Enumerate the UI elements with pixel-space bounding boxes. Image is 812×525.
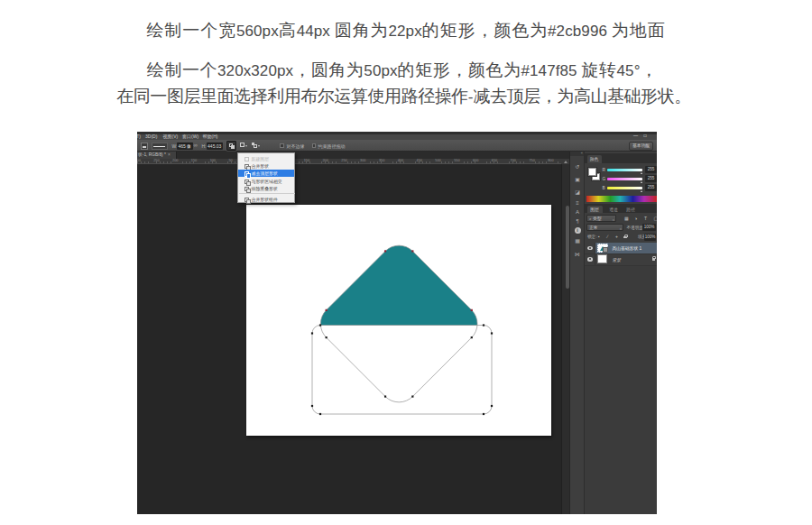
maximize-icon[interactable]: □ <box>644 133 647 138</box>
latin-text-run: 45° <box>617 62 641 79</box>
menu-item-icon <box>245 164 249 169</box>
latin-text-run: - <box>468 88 474 106</box>
channel-slider-B[interactable] <box>607 187 642 189</box>
layer-visibility-eye-icon-bg[interactable] <box>587 257 594 262</box>
menu-item-排除重叠形状[interactable]: 排除重叠形状 <box>238 185 294 193</box>
channel-slider-R[interactable] <box>607 169 642 171</box>
tab-paths[interactable]: 路径 <box>623 206 638 214</box>
document-tab-title: 状-1, RGB/8) * <box>138 152 166 157</box>
layer-filter-icon-1[interactable]: ◑ <box>634 216 637 221</box>
document-canvas[interactable] <box>246 205 551 436</box>
background-lock-icon <box>652 258 656 261</box>
menu-item-新建图层[interactable]: 新建图层 <box>238 154 294 162</box>
ruler-label: 450 <box>417 159 422 162</box>
channel-value-B[interactable]: 255 <box>645 184 657 192</box>
menu-item-合并形状[interactable]: 合并形状 <box>238 162 294 170</box>
filter-type-label: 类型 <box>593 216 602 221</box>
layer-filter-combo[interactable]: ⌕ 类型 ≡ <box>586 215 616 222</box>
combo-arrow-icon: ≡ <box>613 217 614 223</box>
path-anchor-point <box>311 405 313 407</box>
ruler-label: 250 <box>341 159 346 162</box>
layer-filter-icon-2[interactable]: T <box>644 216 647 221</box>
character-panel-icon[interactable]: A <box>574 208 582 216</box>
menu-item-3d[interactable]: 3D(D) <box>145 134 157 139</box>
minimize-icon[interactable]: — <box>633 133 638 138</box>
lock-label: 锁定: <box>587 235 596 239</box>
channel-slider-marker[interactable] <box>641 172 642 174</box>
path-align-icon <box>240 143 245 147</box>
stroke-type-preview[interactable] <box>152 143 168 150</box>
layer-row-background[interactable]: 背景 <box>585 254 657 265</box>
latin-text-run: 44px <box>297 23 335 40</box>
channel-value-R[interactable]: 255 <box>645 166 657 174</box>
chevron-down-icon <box>245 145 247 147</box>
styles-panel-icon[interactable]: ◪ <box>574 189 582 197</box>
menu-item-view[interactable]: 视图(V) <box>163 134 179 139</box>
channel-value-G[interactable]: 255 <box>645 175 657 183</box>
menu-item-label: 合并形状 <box>252 163 270 169</box>
height-input[interactable]: 445.03 <box>207 143 223 151</box>
paths-panel-icon[interactable]: ⋈ <box>574 251 582 259</box>
lock-transparent-icon[interactable]: ▪ <box>598 234 600 239</box>
layer-row-shape[interactable]: 高山基础形状 1 <box>585 243 657 253</box>
path-anchor-point <box>491 332 493 334</box>
opacity-value[interactable]: 100% <box>642 224 656 231</box>
tool-preset-icon[interactable] <box>141 143 148 150</box>
menu-item-与形状区域相交[interactable]: 与形状区域相交 <box>238 177 294 185</box>
lock-position-icon[interactable]: + <box>615 234 618 239</box>
ruler-label: 500 <box>435 159 440 162</box>
path-arrangement-button[interactable] <box>251 141 261 151</box>
align-edges-checkbox[interactable] <box>280 143 284 148</box>
fill-value[interactable]: 100% <box>644 234 656 241</box>
link-dimensions-icon[interactable]: ∞ <box>194 143 198 148</box>
properties-panel-icon[interactable]: ≡ <box>574 199 582 207</box>
layer-comps-panel-icon[interactable]: ▣ <box>574 176 582 184</box>
channel-slider-marker[interactable] <box>641 181 642 183</box>
layer-visibility-eye-icon[interactable] <box>587 246 594 251</box>
ruler-label: 200 <box>323 159 328 162</box>
path-anchor-point <box>411 250 413 252</box>
menu-item-减去顶层形状[interactable]: 减去顶层形状 <box>238 170 294 178</box>
width-input[interactable]: 465 像 <box>177 143 193 151</box>
histogram-panel-icon[interactable]: ▦ <box>574 237 582 245</box>
menu-item-label: 合并形状组件 <box>252 197 278 202</box>
combo-arrow-icon: ≡ <box>620 226 622 232</box>
info-panel-icon[interactable]: i <box>575 227 581 234</box>
layer-thumbnail-shape[interactable] <box>597 244 609 253</box>
menu-item-window[interactable]: 窗口(W) <box>182 134 198 139</box>
lock-all-icon[interactable] <box>623 236 627 239</box>
layer-filter-icon-3[interactable]: ▢ <box>654 216 658 221</box>
height-label: H: <box>202 143 207 149</box>
path-operations-dropdown-menu: 新建图层合并形状减去顶层形状与形状区域相交排除重叠形状合并形状组件 <box>237 152 295 203</box>
history-panel-icon[interactable]: ↺ <box>574 163 582 171</box>
menu-item-help[interactable]: 帮助(H) <box>203 134 218 139</box>
tab-close-icon[interactable]: × <box>168 152 171 157</box>
paragraph-panel-icon[interactable]: ¶ <box>574 217 582 226</box>
menu-item-合并形状组件[interactable]: 合并形状组件 <box>238 195 294 203</box>
ruler-label: 200 <box>172 159 178 162</box>
menu-bar: 滤镜(T) 3D(D) 视图(V) 窗口(W) 帮助(H) — □ <box>137 132 657 140</box>
document-tab[interactable]: 状-1, RGB/8) *× <box>137 152 177 159</box>
tab-color-panel[interactable]: 颜色 <box>587 155 602 164</box>
vertical-scrollbar[interactable] <box>561 164 569 514</box>
menu-item-label: 与形状区域相交 <box>252 179 282 184</box>
tab-channels[interactable]: 通道 <box>606 206 621 214</box>
path-anchor-point <box>411 395 413 397</box>
tab-layers[interactable]: 图层 <box>587 206 603 214</box>
path-alignment-button[interactable] <box>239 141 249 151</box>
horizontal-ruler: 3002502001501005005010015020025030035040… <box>137 159 561 164</box>
layer-thumbnail-background[interactable] <box>597 254 607 263</box>
channel-slider-G[interactable] <box>607 178 642 180</box>
mountain-shape-canvas <box>246 205 551 436</box>
layer-filter-icon-0[interactable]: ▦ <box>624 216 629 221</box>
path-operations-button[interactable] <box>226 141 236 151</box>
workspace-button[interactable]: 基本功能 <box>629 142 653 151</box>
ruler-label: 150 <box>191 159 197 162</box>
foreground-color-swatch[interactable] <box>588 168 596 176</box>
constrain-path-checkbox[interactable] <box>312 143 317 148</box>
lock-image-icon[interactable]: ∕ <box>607 234 608 239</box>
channel-slider-marker[interactable] <box>641 190 642 192</box>
blend-mode-combo[interactable]: 正常 ≡ <box>586 224 623 231</box>
color-spectrum-ramp[interactable] <box>586 196 657 202</box>
dock-collapse-header[interactable]: « <box>570 152 584 156</box>
